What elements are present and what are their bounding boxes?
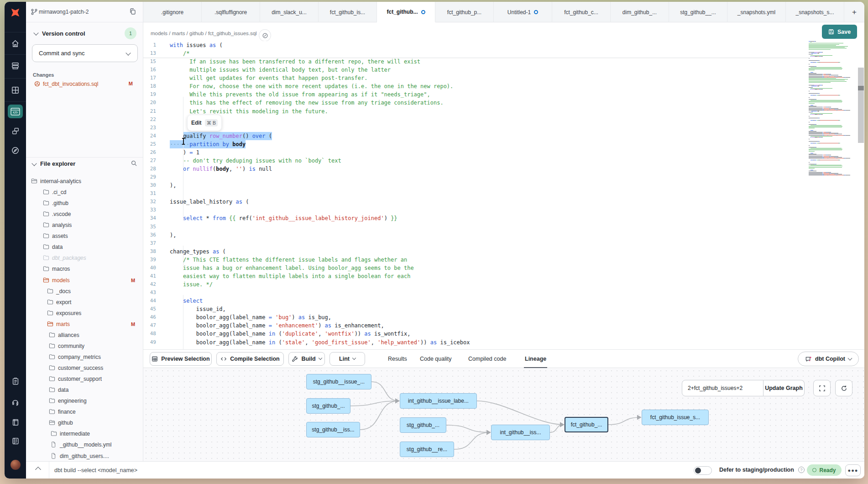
tree-item-community[interactable]: community	[26, 341, 143, 352]
search-icon[interactable]	[131, 160, 137, 168]
tab-fct_github_p...[interactable]: fct_github_p...	[435, 2, 494, 22]
tree-item-export[interactable]: export	[26, 297, 143, 308]
lineage-node-6[interactable]: int_github__iss...	[491, 425, 550, 440]
tree-item-.github[interactable]: .github	[26, 198, 143, 209]
file-link-icon[interactable]	[259, 29, 271, 42]
tab-.gitignore[interactable]: .gitignore	[143, 2, 202, 22]
tree-item-_github__models.yml[interactable]: _github__models.yml	[26, 439, 143, 450]
result-tab-results[interactable]: Results	[388, 350, 407, 368]
tree-item-data[interactable]: data	[26, 242, 143, 253]
tree-item-github[interactable]: github	[26, 417, 143, 428]
dbt-copilot-button[interactable]: dbt Copilot	[798, 352, 859, 366]
tree-item-analysis[interactable]: analysis	[26, 220, 143, 231]
button-label: Lint	[339, 356, 350, 362]
minimap-line	[809, 64, 851, 64]
tree-item-engineering[interactable]: engineering	[26, 395, 143, 406]
tasks-icon[interactable]	[5, 375, 26, 387]
minimap-line	[809, 62, 851, 63]
save-button[interactable]: Save	[822, 25, 857, 39]
tab-fct_github_is...[interactable]: fct_github_is...	[319, 2, 377, 22]
support-icon[interactable]	[5, 396, 26, 408]
result-tab-code-quality[interactable]: Code quality	[420, 350, 452, 368]
tab-_snapshots_s...[interactable]: _snapshots_s...	[786, 2, 844, 22]
tree-item-customer_success[interactable]: customer_success	[26, 363, 143, 374]
lineage-node-1[interactable]: stg_github_...	[306, 398, 350, 414]
lineage-node-3[interactable]: int_github__issue_labe...	[400, 393, 477, 409]
expand-command-icon[interactable]	[35, 467, 41, 473]
changed-file-row[interactable]: fct_dbt_invocations.sql M	[34, 81, 138, 89]
lint-button[interactable]: Lint	[329, 352, 365, 366]
result-tab-compiled-code[interactable]: Compiled code	[468, 350, 506, 368]
docs-icon[interactable]	[5, 416, 26, 428]
terminal-icon[interactable]	[5, 435, 26, 447]
avatar[interactable]	[10, 460, 21, 470]
lineage-node-7[interactable]: fct_github_...	[565, 417, 608, 432]
code-line-29: 29	[143, 173, 864, 181]
apps-icon[interactable]	[5, 84, 26, 96]
tree-item-_docs[interactable]: _docs	[26, 286, 143, 297]
defer-toggle[interactable]	[694, 466, 712, 475]
tab-dim_github_...[interactable]: dim_github_...	[611, 2, 669, 22]
update-graph-button[interactable]: Update Graph	[763, 380, 805, 396]
tab-dim_slack_u...[interactable]: dim_slack_u...	[260, 2, 319, 22]
line-number: 42	[143, 280, 156, 289]
lineage-node-0[interactable]: stg_github__issue_...	[306, 374, 371, 389]
tree-item-.vscode[interactable]: .vscode	[26, 209, 143, 220]
new-tab-button[interactable]: +	[844, 2, 864, 22]
code-line-33: 33	[143, 206, 864, 214]
explore-icon[interactable]	[5, 144, 26, 156]
build-button[interactable]: Build	[288, 352, 325, 366]
minimap-line	[809, 122, 851, 122]
lineage-node-5[interactable]: stg_github__re...	[400, 442, 454, 457]
tab-fct_github...[interactable]: fct_github...	[377, 2, 435, 22]
tree-item-models[interactable]: modelsM	[26, 275, 143, 286]
scrollbar-thumb[interactable]	[858, 68, 864, 143]
lineage-node-2[interactable]: stg_github__iss...	[306, 422, 360, 437]
indent-guide	[183, 246, 183, 270]
minimap[interactable]	[809, 41, 851, 176]
tab-Untitled-1[interactable]: Untitled-1	[494, 2, 552, 22]
commit-and-sync-button[interactable]: Commit and sync	[32, 44, 138, 62]
home-icon[interactable]	[5, 37, 26, 49]
tree-item-alliances[interactable]: alliances	[26, 330, 143, 341]
result-tab-lineage[interactable]: Lineage	[525, 350, 546, 368]
tree-item-.ci_cd[interactable]: .ci_cd	[26, 187, 143, 198]
tab-_snapshots.yml[interactable]: _snapshots.yml	[727, 2, 786, 22]
file-explorer-header[interactable]: File explorer	[26, 159, 143, 169]
tab-.sqlfluffignore[interactable]: .sqlfluffignore	[202, 2, 260, 22]
edit-popup[interactable]: Edit ⌘ B	[187, 115, 222, 131]
tree-item-finance[interactable]: finance	[26, 406, 143, 417]
preview-selection-button[interactable]: Preview Selection	[150, 352, 212, 366]
help-icon[interactable]: ?	[798, 467, 805, 473]
command-input[interactable]: dbt build --select <model_name>	[54, 467, 137, 473]
lineage-node-8[interactable]: fct_github_issue_s...	[642, 410, 709, 425]
tree-item-data[interactable]: data	[26, 384, 143, 395]
tree-item-dim_github_users....[interactable]: dim_github_users....	[26, 451, 143, 462]
fullscreen-button[interactable]	[813, 380, 831, 396]
tree-item-customer_support[interactable]: customer_support	[26, 374, 143, 384]
compare-icon[interactable]	[5, 125, 26, 137]
tree-item-exposures[interactable]: exposures	[26, 308, 143, 319]
tree-item-dbt_packages[interactable]: dbt_packages	[26, 253, 143, 263]
tab-label: .sqlfluffignore	[214, 9, 247, 16]
tree-item-macros[interactable]: macros	[26, 263, 143, 274]
tree-item-intermediate[interactable]: intermediate	[26, 428, 143, 439]
refresh-button[interactable]	[835, 380, 852, 396]
tree-item-company_metrics[interactable]: company_metrics	[26, 352, 143, 363]
scrollbar-thumb-dark[interactable]	[858, 86, 864, 90]
tree-item-marts[interactable]: martsM	[26, 319, 143, 330]
dbt-logo[interactable]	[5, 6, 26, 18]
tree-item-internal-analytics[interactable]: internal-analytics	[26, 176, 143, 187]
copy-branch-icon[interactable]	[129, 8, 136, 17]
lineage-selector-input[interactable]: 2+fct_github_issues+2	[682, 380, 763, 396]
tree-item-label: intermediate	[60, 428, 90, 439]
code-editor[interactable]: 1with issues as (13 /*15 If an issue has…	[143, 41, 864, 349]
tree-item-assets[interactable]: assets	[26, 231, 143, 242]
ide-tab-active[interactable]	[8, 105, 23, 118]
compile-selection-button[interactable]: Compile Selection	[216, 352, 284, 366]
projects-icon[interactable]	[5, 60, 26, 72]
lineage-node-4[interactable]: stg_github_...	[400, 417, 446, 433]
tab-fct_github_c...[interactable]: fct_github_c...	[552, 2, 611, 22]
tab-stg_github__...[interactable]: stg_github__...	[669, 2, 727, 22]
more-options-button[interactable]: ●●●	[845, 464, 861, 476]
